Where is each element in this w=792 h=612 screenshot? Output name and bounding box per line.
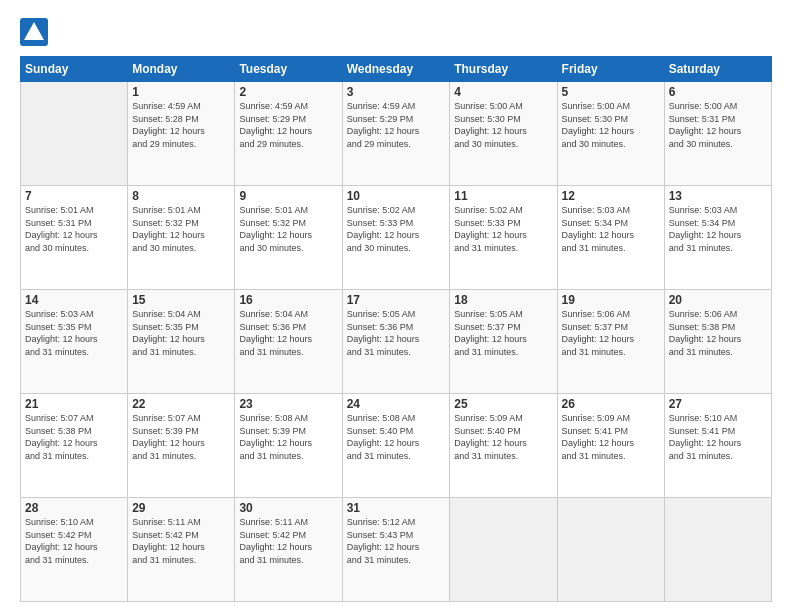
calendar-cell: 29Sunrise: 5:11 AM Sunset: 5:42 PM Dayli…: [128, 498, 235, 602]
calendar-cell: 12Sunrise: 5:03 AM Sunset: 5:34 PM Dayli…: [557, 186, 664, 290]
weekday-header-row: SundayMondayTuesdayWednesdayThursdayFrid…: [21, 57, 772, 82]
calendar-cell: 6Sunrise: 5:00 AM Sunset: 5:31 PM Daylig…: [664, 82, 771, 186]
calendar-cell: 24Sunrise: 5:08 AM Sunset: 5:40 PM Dayli…: [342, 394, 450, 498]
day-info: Sunrise: 5:01 AM Sunset: 5:32 PM Dayligh…: [239, 204, 337, 254]
day-info: Sunrise: 5:04 AM Sunset: 5:36 PM Dayligh…: [239, 308, 337, 358]
day-number: 13: [669, 189, 767, 203]
weekday-header-thursday: Thursday: [450, 57, 557, 82]
logo: [20, 18, 52, 46]
day-info: Sunrise: 5:00 AM Sunset: 5:30 PM Dayligh…: [562, 100, 660, 150]
day-info: Sunrise: 5:07 AM Sunset: 5:38 PM Dayligh…: [25, 412, 123, 462]
day-info: Sunrise: 5:01 AM Sunset: 5:32 PM Dayligh…: [132, 204, 230, 254]
day-info: Sunrise: 4:59 AM Sunset: 5:28 PM Dayligh…: [132, 100, 230, 150]
calendar-cell: [450, 498, 557, 602]
day-info: Sunrise: 5:06 AM Sunset: 5:38 PM Dayligh…: [669, 308, 767, 358]
day-number: 19: [562, 293, 660, 307]
day-info: Sunrise: 5:02 AM Sunset: 5:33 PM Dayligh…: [347, 204, 446, 254]
calendar-cell: 21Sunrise: 5:07 AM Sunset: 5:38 PM Dayli…: [21, 394, 128, 498]
day-number: 6: [669, 85, 767, 99]
day-number: 7: [25, 189, 123, 203]
day-info: Sunrise: 5:03 AM Sunset: 5:34 PM Dayligh…: [669, 204, 767, 254]
day-number: 1: [132, 85, 230, 99]
day-number: 15: [132, 293, 230, 307]
day-info: Sunrise: 5:09 AM Sunset: 5:40 PM Dayligh…: [454, 412, 552, 462]
calendar-cell: 30Sunrise: 5:11 AM Sunset: 5:42 PM Dayli…: [235, 498, 342, 602]
day-info: Sunrise: 5:03 AM Sunset: 5:34 PM Dayligh…: [562, 204, 660, 254]
logo-icon: [20, 18, 48, 46]
day-info: Sunrise: 5:02 AM Sunset: 5:33 PM Dayligh…: [454, 204, 552, 254]
day-number: 23: [239, 397, 337, 411]
day-number: 8: [132, 189, 230, 203]
page: SundayMondayTuesdayWednesdayThursdayFrid…: [0, 0, 792, 612]
weekday-header-friday: Friday: [557, 57, 664, 82]
day-info: Sunrise: 5:00 AM Sunset: 5:31 PM Dayligh…: [669, 100, 767, 150]
day-info: Sunrise: 5:11 AM Sunset: 5:42 PM Dayligh…: [239, 516, 337, 566]
calendar-cell: 15Sunrise: 5:04 AM Sunset: 5:35 PM Dayli…: [128, 290, 235, 394]
day-info: Sunrise: 5:11 AM Sunset: 5:42 PM Dayligh…: [132, 516, 230, 566]
day-number: 16: [239, 293, 337, 307]
day-number: 29: [132, 501, 230, 515]
header: [20, 18, 772, 46]
day-number: 27: [669, 397, 767, 411]
calendar-cell: 31Sunrise: 5:12 AM Sunset: 5:43 PM Dayli…: [342, 498, 450, 602]
day-info: Sunrise: 4:59 AM Sunset: 5:29 PM Dayligh…: [347, 100, 446, 150]
calendar-cell: 10Sunrise: 5:02 AM Sunset: 5:33 PM Dayli…: [342, 186, 450, 290]
calendar-cell: 16Sunrise: 5:04 AM Sunset: 5:36 PM Dayli…: [235, 290, 342, 394]
calendar-cell: 25Sunrise: 5:09 AM Sunset: 5:40 PM Dayli…: [450, 394, 557, 498]
week-row-3: 21Sunrise: 5:07 AM Sunset: 5:38 PM Dayli…: [21, 394, 772, 498]
weekday-header-saturday: Saturday: [664, 57, 771, 82]
day-number: 20: [669, 293, 767, 307]
calendar-cell: 26Sunrise: 5:09 AM Sunset: 5:41 PM Dayli…: [557, 394, 664, 498]
day-info: Sunrise: 5:01 AM Sunset: 5:31 PM Dayligh…: [25, 204, 123, 254]
day-info: Sunrise: 5:00 AM Sunset: 5:30 PM Dayligh…: [454, 100, 552, 150]
day-number: 31: [347, 501, 446, 515]
day-info: Sunrise: 5:10 AM Sunset: 5:41 PM Dayligh…: [669, 412, 767, 462]
calendar-cell: 14Sunrise: 5:03 AM Sunset: 5:35 PM Dayli…: [21, 290, 128, 394]
day-number: 26: [562, 397, 660, 411]
day-number: 10: [347, 189, 446, 203]
calendar-cell: [664, 498, 771, 602]
day-number: 24: [347, 397, 446, 411]
calendar-cell: 2Sunrise: 4:59 AM Sunset: 5:29 PM Daylig…: [235, 82, 342, 186]
week-row-2: 14Sunrise: 5:03 AM Sunset: 5:35 PM Dayli…: [21, 290, 772, 394]
day-number: 12: [562, 189, 660, 203]
calendar-cell: 7Sunrise: 5:01 AM Sunset: 5:31 PM Daylig…: [21, 186, 128, 290]
calendar-cell: 28Sunrise: 5:10 AM Sunset: 5:42 PM Dayli…: [21, 498, 128, 602]
day-number: 14: [25, 293, 123, 307]
calendar-cell: [21, 82, 128, 186]
day-info: Sunrise: 5:08 AM Sunset: 5:39 PM Dayligh…: [239, 412, 337, 462]
day-number: 28: [25, 501, 123, 515]
day-number: 21: [25, 397, 123, 411]
weekday-header-wednesday: Wednesday: [342, 57, 450, 82]
calendar-cell: 1Sunrise: 4:59 AM Sunset: 5:28 PM Daylig…: [128, 82, 235, 186]
day-info: Sunrise: 5:03 AM Sunset: 5:35 PM Dayligh…: [25, 308, 123, 358]
day-number: 18: [454, 293, 552, 307]
calendar-cell: 17Sunrise: 5:05 AM Sunset: 5:36 PM Dayli…: [342, 290, 450, 394]
week-row-1: 7Sunrise: 5:01 AM Sunset: 5:31 PM Daylig…: [21, 186, 772, 290]
weekday-header-sunday: Sunday: [21, 57, 128, 82]
week-row-0: 1Sunrise: 4:59 AM Sunset: 5:28 PM Daylig…: [21, 82, 772, 186]
calendar-cell: 4Sunrise: 5:00 AM Sunset: 5:30 PM Daylig…: [450, 82, 557, 186]
day-number: 2: [239, 85, 337, 99]
calendar-cell: 23Sunrise: 5:08 AM Sunset: 5:39 PM Dayli…: [235, 394, 342, 498]
day-info: Sunrise: 5:05 AM Sunset: 5:37 PM Dayligh…: [454, 308, 552, 358]
day-info: Sunrise: 5:10 AM Sunset: 5:42 PM Dayligh…: [25, 516, 123, 566]
calendar-cell: 9Sunrise: 5:01 AM Sunset: 5:32 PM Daylig…: [235, 186, 342, 290]
calendar-cell: 5Sunrise: 5:00 AM Sunset: 5:30 PM Daylig…: [557, 82, 664, 186]
day-number: 4: [454, 85, 552, 99]
calendar-cell: 11Sunrise: 5:02 AM Sunset: 5:33 PM Dayli…: [450, 186, 557, 290]
day-info: Sunrise: 5:05 AM Sunset: 5:36 PM Dayligh…: [347, 308, 446, 358]
day-number: 22: [132, 397, 230, 411]
day-info: Sunrise: 5:08 AM Sunset: 5:40 PM Dayligh…: [347, 412, 446, 462]
calendar-cell: 3Sunrise: 4:59 AM Sunset: 5:29 PM Daylig…: [342, 82, 450, 186]
day-number: 30: [239, 501, 337, 515]
calendar-cell: 20Sunrise: 5:06 AM Sunset: 5:38 PM Dayli…: [664, 290, 771, 394]
calendar-cell: 18Sunrise: 5:05 AM Sunset: 5:37 PM Dayli…: [450, 290, 557, 394]
calendar-table: SundayMondayTuesdayWednesdayThursdayFrid…: [20, 56, 772, 602]
day-info: Sunrise: 5:06 AM Sunset: 5:37 PM Dayligh…: [562, 308, 660, 358]
weekday-header-monday: Monday: [128, 57, 235, 82]
day-number: 9: [239, 189, 337, 203]
calendar-cell: 8Sunrise: 5:01 AM Sunset: 5:32 PM Daylig…: [128, 186, 235, 290]
weekday-header-tuesday: Tuesday: [235, 57, 342, 82]
day-info: Sunrise: 5:07 AM Sunset: 5:39 PM Dayligh…: [132, 412, 230, 462]
